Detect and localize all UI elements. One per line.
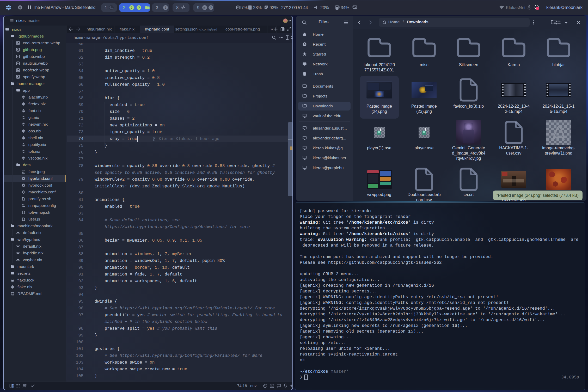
svg-text:?: ? (131, 6, 133, 9)
svg-text:?: ? (138, 6, 140, 9)
svg-text:?: ? (210, 6, 212, 9)
svg-text:?: ? (165, 6, 167, 9)
